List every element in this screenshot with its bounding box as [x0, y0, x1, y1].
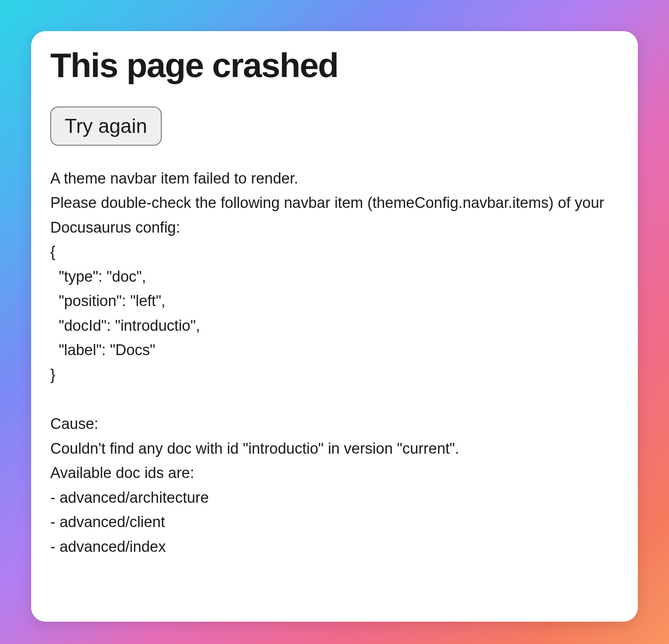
- try-again-button[interactable]: Try again: [50, 107, 162, 146]
- error-title: This page crashed: [50, 46, 619, 84]
- error-card: This page crashed Try again A theme navb…: [31, 31, 638, 622]
- error-message: A theme navbar item failed to render. Pl…: [50, 166, 619, 559]
